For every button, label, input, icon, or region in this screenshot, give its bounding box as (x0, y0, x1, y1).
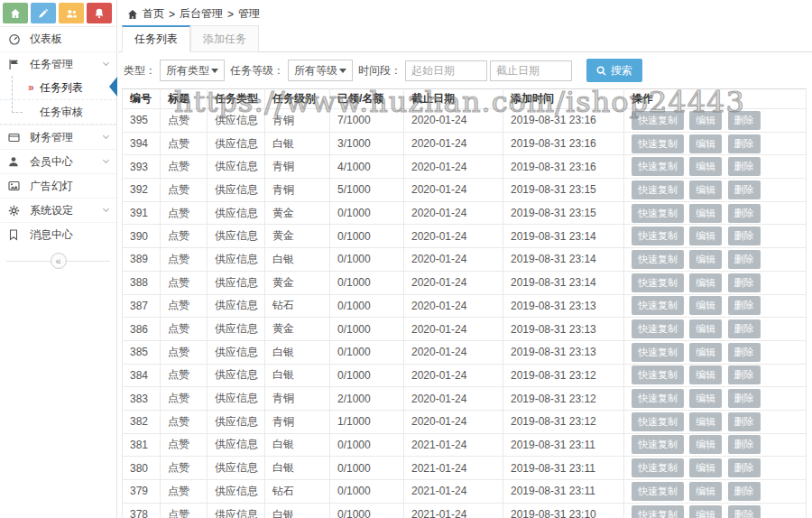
edit-button[interactable]: 编辑 (689, 273, 722, 292)
type-select[interactable]: 所有类型 (160, 60, 225, 81)
sidebar-item-label: 消息中心 (30, 227, 73, 243)
delete-button[interactable]: 删除 (728, 435, 761, 454)
sidebar-collapse-button[interactable]: « (51, 253, 67, 269)
edit-button[interactable]: 编辑 (689, 227, 722, 245)
search-button[interactable]: 搜索 (586, 59, 642, 82)
sidebar-item-task-management[interactable]: 任务管理 (0, 51, 116, 76)
sidebar-item-finance[interactable]: 财务管理 (0, 125, 116, 149)
edit-button[interactable]: 编辑 (689, 482, 722, 501)
level-select-value: 所有等级 (294, 63, 337, 79)
delete-button[interactable]: 删除 (728, 227, 761, 245)
col-id: 编号 (123, 89, 161, 109)
notifications-button[interactable] (87, 3, 112, 23)
edit-button[interactable]: 编辑 (689, 389, 722, 408)
breadcrumb-home[interactable]: 首页 (143, 6, 164, 22)
edit-button[interactable]: 编辑 (689, 157, 722, 176)
edit-button[interactable]: 编辑 (689, 111, 722, 130)
delete-button[interactable]: 删除 (728, 273, 761, 292)
delete-button[interactable]: 删除 (728, 389, 761, 408)
edit-button[interactable]: 编辑 (689, 458, 722, 477)
sidebar-item-task-list[interactable]: » 任务列表 (0, 76, 116, 100)
quick-copy-button[interactable]: 快速复制 (632, 204, 684, 223)
users-button[interactable] (59, 3, 84, 23)
cell-type: 供应信息 (208, 294, 265, 318)
delete-button[interactable]: 删除 (728, 296, 761, 315)
cell-id: 385 (123, 340, 161, 364)
delete-button[interactable]: 删除 (728, 365, 761, 384)
edit-button[interactable]: 编辑 (689, 343, 722, 362)
edit-button[interactable]: 编辑 (689, 180, 722, 199)
end-date-input[interactable] (490, 60, 572, 81)
delete-button[interactable]: 删除 (728, 412, 761, 431)
delete-button[interactable]: 删除 (728, 204, 761, 223)
cell-type: 供应信息 (208, 109, 265, 133)
edit-button[interactable]: 编辑 (689, 365, 722, 384)
quick-copy-button[interactable]: 快速复制 (632, 505, 684, 518)
quick-copy-button[interactable]: 快速复制 (632, 227, 684, 245)
cell-quota: 0/1000 (330, 433, 404, 457)
cell-quota: 2/1000 (330, 387, 404, 411)
sidebar-item-task-review[interactable]: 任务审核 (0, 100, 116, 125)
quick-copy-button[interactable]: 快速复制 (632, 180, 684, 199)
quick-copy-button[interactable]: 快速复制 (632, 157, 684, 176)
delete-button[interactable]: 删除 (728, 111, 761, 130)
start-date-input[interactable] (405, 60, 487, 81)
delete-button[interactable]: 删除 (728, 458, 761, 477)
quick-copy-button[interactable]: 快速复制 (632, 319, 684, 338)
edit-button[interactable]: 编辑 (689, 204, 722, 223)
edit-button[interactable]: 编辑 (689, 435, 722, 454)
quick-copy-button[interactable]: 快速复制 (632, 134, 684, 153)
cell-quota: 0/1000 (330, 201, 404, 225)
breadcrumb-admin[interactable]: 后台管理 (180, 6, 223, 22)
edit-button[interactable]: 编辑 (689, 412, 722, 431)
quick-copy-button[interactable]: 快速复制 (632, 435, 684, 454)
sidebar-item-ad-slides[interactable]: 广告幻灯 (0, 173, 116, 198)
quick-copy-button[interactable]: 快速复制 (632, 111, 684, 130)
delete-button[interactable]: 删除 (728, 180, 761, 199)
edit-button[interactable]: 编辑 (689, 319, 722, 338)
cell-deadline: 2020-01-24 (404, 340, 503, 364)
quick-copy-button[interactable]: 快速复制 (632, 458, 684, 477)
cell-created: 2019-08-31 23:14 (503, 225, 624, 248)
delete-button[interactable]: 删除 (728, 343, 761, 362)
level-select[interactable]: 所有等级 (288, 60, 353, 81)
sidebar-item-message-center[interactable]: 消息中心 (0, 222, 116, 246)
delete-button[interactable]: 删除 (728, 157, 761, 176)
tab-task-list[interactable]: 任务列表 (122, 25, 190, 52)
edit-button-top[interactable] (31, 3, 56, 23)
delete-button[interactable]: 删除 (728, 319, 761, 338)
delete-button[interactable]: 删除 (728, 482, 761, 501)
home-button[interactable] (3, 3, 28, 23)
sidebar-item-member-center[interactable]: 会员中心 (0, 149, 116, 173)
cell-level: 白银 (265, 457, 330, 480)
sidebar-item-dashboard[interactable]: 仪表板 (0, 27, 116, 51)
sidebar-item-system-settings[interactable]: 系统设定 (0, 198, 116, 222)
cell-deadline: 2021-01-24 (404, 480, 503, 504)
delete-button[interactable]: 删除 (728, 250, 761, 269)
col-title: 标题 (161, 89, 208, 109)
cell-quota: 1/1000 (330, 410, 404, 433)
quick-copy-button[interactable]: 快速复制 (632, 273, 684, 292)
cell-quota: 4/1000 (330, 155, 404, 179)
quick-copy-button[interactable]: 快速复制 (632, 412, 684, 431)
edit-button[interactable]: 编辑 (689, 296, 722, 315)
quick-copy-button[interactable]: 快速复制 (632, 389, 684, 408)
quick-copy-button[interactable]: 快速复制 (632, 296, 684, 315)
cell-quota: 0/1000 (330, 248, 404, 272)
table-header: 编号 标题 任务类型 任务级别 已领/名额 截止日期 添加时间 操作 (123, 89, 807, 109)
edit-button[interactable]: 编辑 (689, 505, 722, 518)
delete-button[interactable]: 删除 (728, 505, 761, 518)
tab-add-task[interactable]: 添加任务 (190, 25, 259, 52)
delete-button[interactable]: 删除 (728, 134, 761, 153)
quick-copy-button[interactable]: 快速复制 (632, 343, 684, 362)
edit-button[interactable]: 编辑 (689, 250, 722, 269)
table-row: 388 点赞 供应信息 黄金 0/1000 2020-01-24 2019-08… (123, 271, 807, 294)
cell-title: 点赞 (161, 457, 208, 480)
edit-button[interactable]: 编辑 (689, 134, 722, 153)
cell-id: 387 (123, 294, 161, 318)
quick-copy-button[interactable]: 快速复制 (632, 250, 684, 269)
quick-copy-button[interactable]: 快速复制 (632, 482, 684, 501)
cell-id: 388 (123, 271, 161, 294)
quick-copy-button[interactable]: 快速复制 (632, 365, 684, 384)
cell-type: 供应信息 (208, 271, 265, 294)
